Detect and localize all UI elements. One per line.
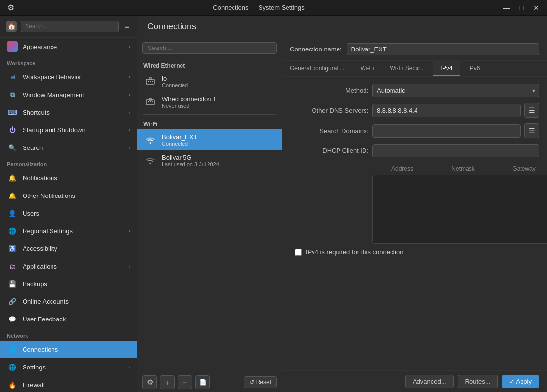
sidebar-item-workspace-behavior[interactable]: 🖥 Workspace Behavior › xyxy=(0,68,137,86)
search-domains-input[interactable] xyxy=(372,124,521,138)
search-domains-row: Search Domains: ☰ xyxy=(290,123,539,138)
advanced-button[interactable]: Advanced... xyxy=(405,375,454,388)
close-button[interactable]: ✕ xyxy=(529,1,543,15)
app-body: 🏠 ≡ Appearance › Workspace 🖥 Workspace B… xyxy=(0,16,547,392)
home-icon[interactable]: 🏠 xyxy=(6,21,17,32)
accessibility-icon: ♿ xyxy=(7,243,18,254)
sidebar-workspace-label: Workspace xyxy=(0,55,137,68)
tab-ipv4[interactable]: IPv4 xyxy=(433,61,460,76)
dhcp-client-id-input[interactable] xyxy=(372,144,539,157)
online-accounts-icon: 🔗 xyxy=(7,296,18,307)
sidebar-item-settings-net[interactable]: 🌐 Settings › xyxy=(0,358,137,376)
tab-general[interactable]: General configurati... xyxy=(282,61,352,76)
svg-rect-8 xyxy=(152,101,153,102)
sidebar-item-connections[interactable]: 🌐 Connections xyxy=(0,341,137,358)
startup-chevron-icon: › xyxy=(129,127,130,133)
conn-search-bar xyxy=(137,38,282,58)
conn-item-bolivar-5g-info: Bolivar 5G Last used on 3 Jul 2024 xyxy=(162,154,276,167)
conn-item-bolivar-5g[interactable]: Bolivar 5G Last used on 3 Jul 2024 xyxy=(137,150,282,171)
sidebar-window-management-label: Window Management xyxy=(23,91,124,98)
conn-item-wired1-status: Never used xyxy=(162,103,276,109)
sidebar-item-startup-shutdown[interactable]: ⏻ Startup and Shutdown › xyxy=(0,121,137,139)
search-domains-label: Search Domains: xyxy=(290,127,368,135)
sidebar-item-other-notifications[interactable]: 🔔 Other Notifications xyxy=(0,187,137,204)
wired-ethernet-label: Wired Ethernet xyxy=(137,58,282,71)
method-select[interactable]: Automatic Manual Link-Only Shared Disabl… xyxy=(372,84,539,97)
ethernet-icon-wired1 xyxy=(143,95,157,109)
search-chevron-icon: › xyxy=(129,145,130,150)
sidebar-item-users[interactable]: 👤 Users xyxy=(0,204,137,222)
conn-item-lo[interactable]: lo Connected xyxy=(137,71,282,92)
add-connection-button[interactable]: + xyxy=(160,375,175,389)
sidebar-item-notifications[interactable]: 🔔 Notifications xyxy=(0,169,137,187)
app-icon: ⚙ xyxy=(4,1,18,15)
sidebar-item-accessibility[interactable]: ♿ Accessibility xyxy=(0,240,137,257)
settings-net-icon: 🌐 xyxy=(7,362,18,372)
sidebar-applications-label: Applications xyxy=(23,263,124,270)
address-col-header: Address xyxy=(372,163,432,174)
other-notifications-icon: 🔔 xyxy=(7,190,18,201)
sidebar-search-input[interactable] xyxy=(21,21,119,32)
ipv4-required-checkbox[interactable] xyxy=(295,249,302,256)
tab-ipv6[interactable]: IPv6 xyxy=(460,61,488,76)
tab-wifi-security[interactable]: Wi-Fi Secur... xyxy=(382,61,433,76)
remove-connection-button[interactable]: − xyxy=(178,375,192,389)
conn-item-lo-status: Connected xyxy=(162,82,276,88)
sidebar-appearance-label: Appearance xyxy=(23,43,124,50)
sidebar-item-regional-settings[interactable]: 🌐 Regional Settings › xyxy=(0,222,137,240)
window-controls: — □ ✕ xyxy=(500,1,543,15)
apply-button[interactable]: ✓ Apply xyxy=(502,375,539,388)
sidebar-menu-icon[interactable]: ≡ xyxy=(123,21,131,32)
sidebar-item-shortcuts[interactable]: ⌨ Shortcuts › xyxy=(0,103,137,121)
conn-item-wired1-name: Wired connection 1 xyxy=(162,96,276,103)
connection-name-input[interactable] xyxy=(347,43,539,55)
minimize-button[interactable]: — xyxy=(500,1,514,15)
svg-rect-2 xyxy=(150,81,151,82)
dns-input[interactable] xyxy=(372,104,521,117)
ipv4-required-row: IPv4 is required for this connection xyxy=(290,248,539,256)
sidebar-notifications-label: Notifications xyxy=(23,174,130,182)
dns-edit-button[interactable]: ☰ xyxy=(524,103,539,118)
backups-icon: 💾 xyxy=(7,278,18,289)
notifications-icon: 🔔 xyxy=(7,172,18,183)
conn-search-input[interactable] xyxy=(142,42,277,54)
sidebar-item-search[interactable]: 🔍 Search › xyxy=(0,139,137,156)
reset-button[interactable]: ↺ Reset xyxy=(244,376,277,388)
sidebar-shortcuts-label: Shortcuts xyxy=(23,109,124,116)
conn-item-wired1[interactable]: Wired connection 1 Never used xyxy=(137,92,282,112)
maximize-button[interactable]: □ xyxy=(515,1,528,15)
ipv4-required-label: IPv4 is required for this connection xyxy=(306,248,403,256)
routes-button[interactable]: Routes... xyxy=(458,375,498,388)
conn-item-wired1-info: Wired connection 1 Never used xyxy=(162,96,276,109)
titlebar-left: ⚙ xyxy=(4,1,18,15)
firewall-icon: 🔥 xyxy=(7,379,18,390)
sidebar-firewall-label: Firewall xyxy=(23,381,130,389)
sidebar-item-applications[interactable]: 🗂 Applications › xyxy=(0,257,137,275)
sidebar-item-window-management[interactable]: ⧉ Window Management › xyxy=(0,86,137,103)
export-connection-button[interactable]: 📄 xyxy=(195,375,210,389)
users-icon: 👤 xyxy=(7,208,18,219)
sidebar-item-online-accounts[interactable]: 🔗 Online Accounts xyxy=(0,293,137,310)
svg-rect-6 xyxy=(148,101,149,102)
tab-wifi[interactable]: Wi-Fi xyxy=(352,61,382,76)
sidebar-item-backups[interactable]: 💾 Backups xyxy=(0,275,137,293)
page-title: Connections xyxy=(147,22,537,32)
sidebar-item-user-feedback[interactable]: 💬 User Feedback xyxy=(0,310,137,328)
sidebar-online-accounts-label: Online Accounts xyxy=(23,298,130,305)
detail-panel: Connection name: General configurati... … xyxy=(282,38,547,392)
sidebar-other-notifications-label: Other Notifications xyxy=(23,192,130,199)
sidebar-item-firewall[interactable]: 🔥 Firewall xyxy=(0,376,137,392)
ethernet-icon-lo xyxy=(143,74,157,88)
regional-chevron-icon: › xyxy=(129,228,130,234)
connections-icon: 🌐 xyxy=(7,344,18,355)
search-domains-edit-button[interactable]: ☰ xyxy=(524,123,539,138)
sidebar-search-label: Search xyxy=(23,144,124,151)
sidebar-item-appearance[interactable]: Appearance › xyxy=(0,38,137,55)
address-table-body xyxy=(372,175,547,244)
configure-button[interactable]: ⚙ xyxy=(142,375,157,389)
footer-right: Advanced... Routes... ✓ Apply xyxy=(405,375,539,388)
shortcuts-chevron-icon: › xyxy=(129,110,130,115)
conn-item-bolivar-ext[interactable]: Bolivar_EXT Connected xyxy=(137,129,282,150)
method-select-wrap: Automatic Manual Link-Only Shared Disabl… xyxy=(372,84,539,97)
connection-name-label: Connection name: xyxy=(290,46,342,53)
